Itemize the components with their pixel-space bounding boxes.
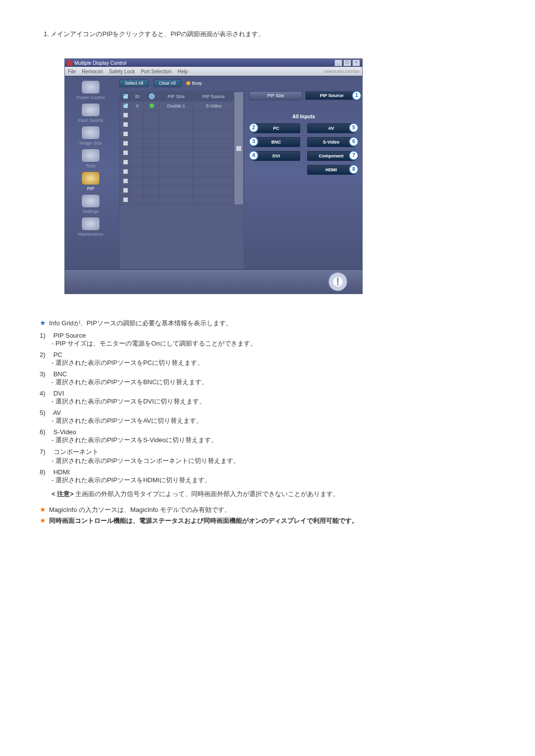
all-inputs-heading: All Inputs xyxy=(249,114,358,119)
busy-label: Busy xyxy=(192,81,202,86)
item-title: PIP Source xyxy=(54,332,86,339)
item-num: 7) xyxy=(40,448,52,455)
col-pip-source: PIP Source xyxy=(193,92,234,101)
badge-2: 2 xyxy=(249,123,259,133)
badge-3: 3 xyxy=(249,137,259,147)
sidebar-label: PIP xyxy=(67,186,114,191)
col-pip-size: PIP Size xyxy=(159,92,193,101)
item-desc: - 選択された表示のPIPソースをBNCに切り替えます。 xyxy=(52,378,495,387)
col-id: ID xyxy=(131,92,144,101)
footer-bar: ! xyxy=(65,269,362,294)
close-button[interactable]: × xyxy=(352,59,360,66)
btn-label: AV xyxy=(328,126,334,131)
badge-5: 5 xyxy=(349,123,359,133)
sidebar-item-power-control[interactable]: Power Control xyxy=(67,79,114,100)
power-icon xyxy=(81,80,100,94)
item-desc: - PIP サイズは、モニターの電源をOnにして調節することができます。 xyxy=(52,339,495,348)
item-title: PC xyxy=(54,351,62,358)
tab-pip-source[interactable]: PIP Source 1 xyxy=(305,91,358,100)
col-power xyxy=(144,92,159,101)
brand-label: SAMSUNG DIGITall xyxy=(324,69,359,74)
item-desc: - 選択された表示のPIPソースをPCに切り替えます。 xyxy=(52,358,495,367)
input-source-icon xyxy=(81,103,100,117)
select-all-button[interactable]: Select All xyxy=(119,79,149,87)
titlebar: Multiple Display Control _ ▢ × xyxy=(65,59,362,67)
info-grid-desc: Info Gridが、PIPソースの調節に必要な基本情報を表示します。 xyxy=(49,319,232,328)
menu-file[interactable]: File xyxy=(68,69,76,74)
tab-label: PIP Source xyxy=(320,93,343,98)
maintenance-icon xyxy=(81,217,100,231)
sidebar-label: Input Source xyxy=(67,118,114,123)
btn-label: DVI xyxy=(272,153,280,158)
btn-label: HDMI xyxy=(325,167,337,172)
input-pc-button[interactable]: 2 PC xyxy=(252,123,300,133)
clear-all-button[interactable]: Clear All xyxy=(154,79,181,87)
caution-text: 主画面の外部入力信号タイプによって、同時画面外部入力が選択できないことがあります… xyxy=(75,490,339,498)
item-title: BNC xyxy=(54,370,67,378)
busy-dot-icon xyxy=(186,81,190,85)
sidebar-label: Time xyxy=(67,163,114,168)
sidebar-item-image-size[interactable]: Image Size xyxy=(67,125,114,146)
badge-4: 4 xyxy=(249,151,259,160)
minimize-button[interactable]: _ xyxy=(334,59,342,66)
tab-pip-size[interactable]: PIP Size xyxy=(249,91,302,100)
col-check[interactable] xyxy=(120,92,131,101)
star-icon: ★ xyxy=(40,319,46,327)
item-desc: - 選択された表示のPIPソースをAVに切り替えます。 xyxy=(52,416,495,425)
table-row xyxy=(120,111,244,120)
cell-id: 0 xyxy=(131,101,144,111)
window-title: Multiple Display Control xyxy=(74,60,334,66)
item-desc: - 選択された表示のPIPソースをS-Videoに切り替えます。 xyxy=(52,436,495,445)
document-body: ★ Info Gridが、PIPソースの調節に必要な基本情報を表示します。 1)… xyxy=(40,319,495,525)
sidebar-item-pip[interactable]: PIP xyxy=(67,170,114,191)
numbered-list: 1) PIP Source - PIP サイズは、モニターの電源をOnにして調節… xyxy=(40,332,495,485)
menu-safety-lock[interactable]: Safety Lock xyxy=(109,69,135,74)
btn-label: PC xyxy=(273,126,279,131)
magicinfo-note: MagicInfo の入力ソースは、MagicInfo モデルでのみ有効です。 xyxy=(49,505,231,514)
item-title: コンポーネント xyxy=(54,448,99,455)
power-on-icon xyxy=(150,103,154,108)
menu-help[interactable]: Help xyxy=(177,69,188,74)
settings-icon xyxy=(81,194,100,208)
table-row xyxy=(120,186,244,196)
input-svideo-button[interactable]: S-Video 6 xyxy=(307,137,355,147)
app-icon xyxy=(67,60,72,66)
table-row xyxy=(120,158,244,167)
star-icon: ★ xyxy=(40,505,46,514)
input-component-button[interactable]: Component 7 xyxy=(307,151,355,161)
menu-remocon[interactable]: Remocon xyxy=(82,69,103,74)
maximize-button[interactable]: ▢ xyxy=(343,59,351,66)
app-window: Multiple Display Control _ ▢ × File Remo… xyxy=(64,58,363,294)
menu-port-selection[interactable]: Port Selection xyxy=(141,69,171,74)
btn-label: BNC xyxy=(271,140,281,145)
scrollbar[interactable]: ▲ xyxy=(234,92,244,205)
sidebar-item-maintenance[interactable]: Maintenance xyxy=(67,216,114,237)
app-body: Power Control Input Source Image Size Ti… xyxy=(65,76,362,269)
table-row[interactable]: 0 Double 1 S-Video xyxy=(120,101,244,111)
input-bnc-button[interactable]: 3 BNC xyxy=(252,137,300,147)
sidebar-item-settings[interactable]: Settings xyxy=(67,193,114,214)
table-row xyxy=(120,149,244,158)
item-num: 5) xyxy=(40,409,52,416)
image-size-icon xyxy=(81,126,100,140)
sidebar-item-input-source[interactable]: Input Source xyxy=(67,102,114,123)
sidebar-label: Power Control xyxy=(67,95,114,100)
table-row xyxy=(120,120,244,130)
input-hdmi-button[interactable]: HDMI 8 xyxy=(307,165,355,175)
row-checkbox[interactable] xyxy=(123,103,128,108)
item-num: 3) xyxy=(40,370,52,378)
quit-icon[interactable]: ! xyxy=(328,272,347,291)
caution-note: < 注意> 主画面の外部入力信号タイプによって、同時画面外部入力が選択できないこ… xyxy=(52,490,495,499)
item-num: 1) xyxy=(40,332,52,339)
cell-source: S-Video xyxy=(193,101,234,111)
item-desc: - 選択された表示のPIPソースをDVIに切り替えます。 xyxy=(52,397,495,406)
badge-8: 8 xyxy=(349,164,359,174)
table-row xyxy=(120,130,244,139)
sidebar-item-time[interactable]: Time xyxy=(67,148,114,168)
table-row xyxy=(120,167,244,177)
table-row xyxy=(120,139,244,149)
input-av-button[interactable]: AV 5 xyxy=(307,123,355,133)
item-num: 2) xyxy=(40,351,52,358)
input-dvi-button[interactable]: 4 DVI xyxy=(252,151,300,161)
cell-size: Double 1 xyxy=(159,101,193,111)
